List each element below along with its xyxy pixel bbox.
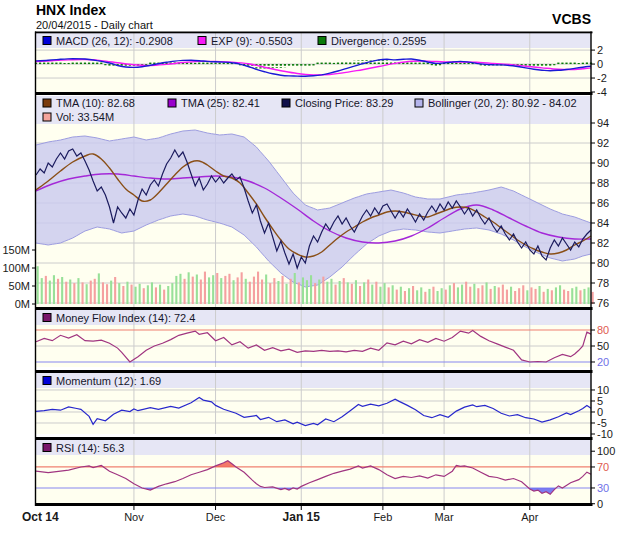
page-title: HNX Index [36,2,106,18]
chart-subtitle: 20/04/2015 - Daily chart [36,19,153,31]
volume-bar [273,278,275,304]
volume-bar [559,285,561,304]
volume-bar [41,278,43,304]
volume-bar [82,282,84,304]
volume-bar [437,291,439,304]
volume-bar [486,282,488,304]
legend-label: Money Flow Index (14): 72.4 [56,312,195,324]
legend-swatch [43,113,51,121]
legend-swatch [43,444,51,452]
volume-bar [518,288,520,304]
volume-bar [290,279,292,304]
volume-bar [465,282,467,304]
volume-bar [583,289,585,304]
volume-bar [167,286,169,304]
x-axis-label: Dec [206,511,226,523]
volume-bar [588,287,590,304]
volume-axis-label: 0M [15,298,30,310]
volume-bar [469,287,471,304]
volume-bar [363,282,365,304]
volume-bar [37,266,39,304]
volume-axis-label: 100M [2,262,30,274]
legend-label: EXP (9): -0.5503 [211,35,293,47]
volume-bar [432,287,434,304]
chart-svg: 20-2-4MACD (26, 12): -0.2908EXP (9): -0.… [0,0,620,535]
volume-bar [530,287,532,304]
volume-bar [286,284,288,304]
volume-bar [335,285,337,304]
volume-bar [449,285,451,304]
ytick-label: 76 [597,297,609,309]
volume-bar [155,287,157,304]
volume-bar [343,278,345,304]
volume-bar [139,284,141,304]
volume-bar [147,285,149,304]
volume-axis-label: 150M [2,244,30,256]
legend-swatch [43,314,51,322]
volume-bar [233,280,235,304]
volume-bar [212,275,214,304]
legend-label: RSI (14): 56.3 [56,442,124,454]
volume-bar [481,285,483,304]
volume-bar [535,289,537,304]
ytick-label: 0 [597,58,603,70]
volume-bar [579,290,581,304]
volume-bar [257,272,259,304]
volume-bar [490,289,492,304]
volume-bar [420,287,422,304]
legend-swatch [282,99,290,107]
panel-separator [35,92,593,95]
volume-bar [424,292,426,304]
volume-bar [216,273,218,304]
volume-bar [77,278,79,304]
legend-label: Momentum (12): 1.69 [56,375,161,387]
panel-separator [35,437,593,440]
volume-bar [502,285,504,304]
x-axis-label: Jan 15 [283,510,321,524]
legend-label: Vol: 33.54M [56,111,114,123]
volume-bar [563,290,565,304]
ytick-label: 84 [597,217,609,229]
volume-bar [249,282,251,304]
volume-bar [245,279,247,304]
volume-bar [204,272,206,304]
volume-bar [118,283,120,304]
volume-bar [477,288,479,304]
volume-bar [514,291,516,304]
volume-bar [428,289,430,304]
legend-swatch [168,99,176,107]
volume-bar [171,283,173,304]
volume-bar [241,272,243,304]
panel-separator [35,32,593,34]
volume-bar [131,285,133,304]
ytick-label: 90 [597,157,609,169]
volume-bar [547,289,549,304]
x-axis-label: Feb [373,511,392,523]
panel-separator [35,503,593,506]
volume-bar [396,290,398,304]
volume-bar [102,282,104,304]
volume-bar [416,290,418,304]
volume-bar [457,287,459,304]
volume-bar [61,277,63,304]
ytick-label: 94 [597,117,609,129]
ytick-label: 80 [597,257,609,269]
volume-bar [159,285,161,304]
volume-bar [339,281,341,304]
volume-bar [555,287,557,304]
volume-bar [53,275,55,304]
volume-bar [461,285,463,304]
legend-label: TMA (25): 82.41 [181,97,260,109]
ytick-label: 88 [597,177,609,189]
volume-bar [302,277,304,304]
volume-bar [367,280,369,305]
ytick-label: 70 [597,461,609,473]
ytick-label: 80 [597,324,609,336]
volume-bar [379,287,381,304]
volume-bar [106,284,108,304]
x-axis-label: Apr [521,511,538,523]
volume-bar [445,290,447,304]
volume-bar [282,276,284,304]
volume-bar [551,290,553,304]
volume-bar [143,288,145,304]
